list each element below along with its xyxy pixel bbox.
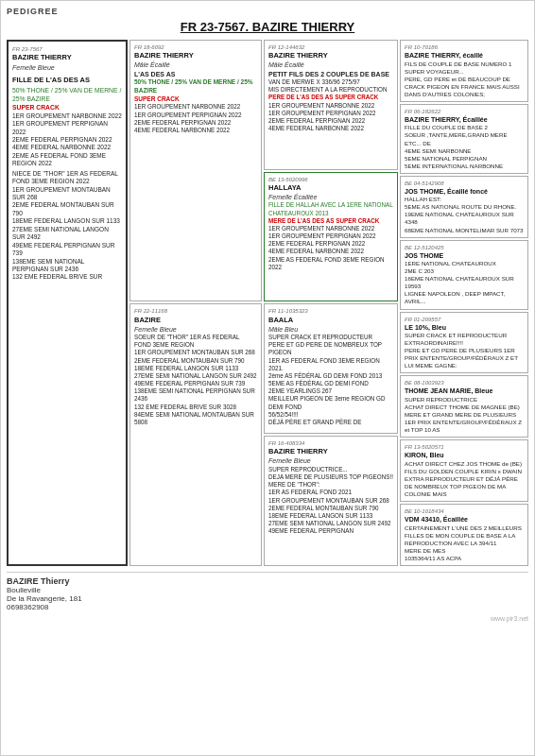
- p2-sex: Femelle Bleue: [134, 325, 257, 334]
- gp3-name: BAALA: [268, 316, 393, 325]
- p1-sex: Mâle Écaillé: [134, 60, 257, 69]
- gp2-name: HALLAYA: [268, 183, 393, 193]
- gp2-highlight: FILLE DE HALLAH AVEC LA 1ERE NATIONAL CH…: [268, 201, 393, 216]
- ggp8-id: BE 10-1018434: [405, 507, 524, 515]
- subject-niece: NIECE DE "THOR" 1ER AS FEDERAL FOND 3EME…: [12, 170, 122, 282]
- ggp6-box: BE 08-1003923 THOME JEAN MARIE, Bleue SU…: [400, 375, 528, 438]
- gp2-lines: MERE DE L'AS DES AS SUPER CRACK 1ER GROU…: [268, 217, 393, 271]
- footer-address: Boulleville: [7, 586, 528, 594]
- ggp4-id: BE 12-5120425: [405, 244, 524, 251]
- ggp7-id: FR 13-5020571: [405, 443, 524, 451]
- ggp4-name: JOS THOME: [405, 251, 524, 260]
- ggp2-lines: FILLE DU COUPLE DE BASE 2 SOEUR ,TANTE,M…: [405, 124, 524, 169]
- gp4-id: FR 16-408334: [268, 439, 393, 447]
- ggp1-lines: FILS DE COUPLE DE BASE NUMERO 1 SUPER VO…: [405, 60, 524, 98]
- p2-name: BAZIRE: [134, 316, 257, 325]
- ggp1-name: BAZIRE THIERRY, écaillé: [405, 51, 524, 60]
- gp1-sex: Mâle Écaillé: [268, 60, 393, 69]
- ggp2-id: FR 06-182622: [405, 108, 524, 115]
- ggp6-id: BE 08-1003923: [405, 379, 524, 387]
- footer-phone: 0698362908: [7, 603, 528, 611]
- gp4-name: BAZIRE THIERRY: [268, 447, 393, 456]
- gp1-box: FR 12-144632 BAZIRE THIERRY Mâle Écaillé…: [264, 40, 398, 170]
- page: PEDIGREE FR 23-7567. BAZIRE THIERRY FR 2…: [0, 0, 535, 756]
- subject-column: FR 23-7567 BAZIRE THIERRY Femelle Bleue …: [7, 40, 128, 566]
- footer: BAZIRE Thierry Boulleville De la Ravange…: [7, 572, 528, 611]
- ggp6-lines: SUPER REPRODUCTRICE ACHAT DIRECT THOME D…: [405, 396, 524, 434]
- ggp5-box: FR 01-209557 LE 10%, Bleu SUPER CRACK ET…: [400, 312, 528, 374]
- p1-id: FR 18-6092: [134, 43, 257, 51]
- gp2-sex: Femelle Écaillée: [268, 193, 393, 201]
- gp1-title: PETIT FILS DES 2 COUPLES DE BASE: [268, 70, 393, 78]
- parent2-box: FR 22-11168 BAZIRE Femelle Bleue SOEUR D…: [129, 303, 262, 565]
- ggp5-name: LE 10%, Bleu: [405, 323, 524, 332]
- p2-lines: SOEUR DE "THOR" 1ER AS FEDERAL FOND 3EME…: [134, 334, 257, 426]
- ggp2-box: FR 06-182622 BAZIRE THIERRY, Écaillée FI…: [400, 104, 528, 174]
- parent1-box: FR 18-6092 BAZIRE THIERRY Mâle Écaillé L…: [129, 40, 262, 301]
- ggp5-id: FR 01-209557: [405, 316, 524, 323]
- gp1-name: BAZIRE THIERRY: [268, 51, 393, 60]
- ggp2-name: BAZIRE THIERRY, Écaillée: [405, 115, 524, 124]
- main-title: FR 23-7567. BAZIRE THIERRY: [7, 20, 528, 34]
- gp3-id: FR 11-1035323: [268, 307, 393, 315]
- p1-name: BAZIRE THIERRY: [134, 51, 257, 60]
- ggp3-lines: HALLAH EST: 5EME AS NATIONAL ROUTE DU RH…: [405, 196, 524, 233]
- subject-results: 1ER GROUPEMENT NARBONNE 2022 1ER GROUPEM…: [12, 112, 122, 168]
- grandparents-column: FR 12-144632 BAZIRE THIERRY Mâle Écaillé…: [264, 40, 398, 566]
- subject-name: BAZIRE THIERRY: [12, 53, 122, 63]
- gp4-box: FR 16-408334 BAZIRE THIERRY Femelle Bleu…: [264, 436, 398, 566]
- p1-title: L'AS DES AS: [134, 70, 257, 78]
- p1-results: 1ER GROUPEMENT NARBONNE 2022 1ER GROUPEM…: [134, 103, 257, 134]
- ggp8-name: VDM 43410, Écaillée: [405, 515, 524, 524]
- gp3-sex: Mâle Bleu: [268, 325, 393, 334]
- ggp4-box: BE 12-5120425 JOS THOME 1ERE NATIONAL CH…: [400, 240, 528, 310]
- gp3-lines: SUPER CRACK ET REPRODUCTEUR PERE ET GD P…: [268, 334, 393, 426]
- ggp3-id: BE 04-5142908: [405, 180, 524, 187]
- parents-column: FR 18-6092 BAZIRE THIERRY Mâle Écaillé L…: [129, 40, 262, 566]
- ggp8-lines: CERTAINEMENT L'UNE DES 2 MEILLEURS FILLE…: [405, 524, 524, 562]
- watermark: www.pir3.net: [7, 615, 528, 622]
- p1-highlight: 50% THONE / 25% VAN DE MERNE / 25% BAZIR…: [134, 78, 257, 95]
- ggp8-box: BE 10-1018434 VDM 43410, Écaillée CERTAI…: [400, 504, 528, 566]
- footer-name: BAZIRE Thierry: [7, 576, 528, 586]
- subject-id: FR 23-7567: [12, 45, 122, 53]
- ggp3-box: BE 04-5142908 JOS THOME, Écaillé foncé H…: [400, 176, 528, 238]
- ggp7-name: KIRON, Bleu: [405, 451, 524, 459]
- gp4-sex: Femelle Bleue: [268, 456, 393, 465]
- subject-sex: Femelle Bleue: [12, 63, 122, 73]
- ggp7-box: FR 13-5020571 KIRON, Bleu ACHAT DIRECT C…: [400, 439, 528, 502]
- subject-title: FILLE DE L'AS DES AS: [12, 76, 122, 86]
- gp2-id: BE 13-5020996: [268, 176, 393, 183]
- subject-box: FR 23-7567 BAZIRE THIERRY Femelle Bleue …: [7, 40, 128, 566]
- ggp-column: FR 10-70186 BAZIRE THIERRY, écaillé FILS…: [400, 40, 528, 566]
- subject-highlight: 50% THONE / 25% VAN DE MERNE / 25% BAZIR…: [12, 87, 122, 104]
- ggp1-box: FR 10-70186 BAZIRE THIERRY, écaillé FILS…: [400, 40, 528, 102]
- p2-id: FR 22-11168: [134, 307, 257, 315]
- gp2-box: BE 13-5020996 HALLAYA Femelle Écaillée F…: [264, 172, 398, 302]
- footer-street: De la Ravangerie, 181: [7, 594, 528, 603]
- ggp4-lines: 1ERE NATIONAL CHATEAUROUX 2ME C 203 16EM…: [405, 260, 524, 305]
- ggp7-lines: ACHAT DIRECT CHEZ JOS THOME de (BE) FILS…: [405, 460, 524, 498]
- gp1-id: FR 12-144632: [268, 43, 393, 51]
- ggp5-lines: SUPER CRACK ET REPRODUCTEUR EXTRAORDINAI…: [405, 332, 524, 369]
- p1-crack: SUPER CRACK: [134, 95, 257, 104]
- page-header: PEDIGREE: [7, 7, 528, 16]
- gp1-lines: VAN DE MERWE X 336/96 275/97 MIS DIRECTE…: [268, 78, 393, 132]
- gp4-lines: SUPER REPRODUCTRICE... DEJA MERE DE PLUS…: [268, 466, 393, 536]
- ggp6-name: THOME JEAN MARIE, Bleue: [405, 387, 524, 395]
- subject-crack: SUPER CRACK: [12, 104, 122, 112]
- ggp3-name: JOS THOME, Écaillé foncé: [405, 187, 524, 196]
- gp3-box: FR 11-1035323 BAALA Mâle Bleu SUPER CRAC…: [264, 303, 398, 434]
- ggp1-id: FR 10-70186: [405, 43, 524, 51]
